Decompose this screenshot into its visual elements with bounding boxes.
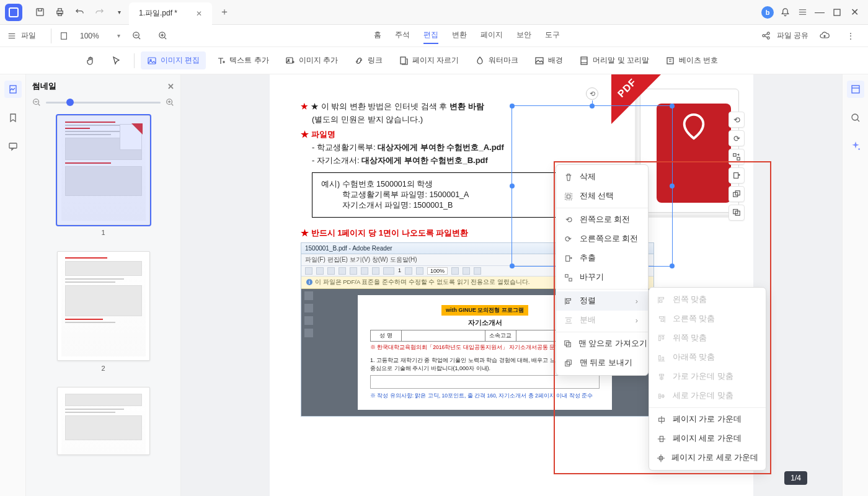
thumbnail-panel-close-icon[interactable]: ✕: [167, 82, 174, 91]
file-menu[interactable]: 파일: [7, 30, 36, 41]
align-page-v[interactable]: 페이지 세로 가운데: [649, 429, 766, 448]
extract-icon[interactable]: [728, 167, 745, 184]
header-footer-button[interactable]: 머리말 및 꼬리말: [573, 51, 655, 69]
brand-badge-icon[interactable]: b: [759, 4, 776, 21]
ctx-extract[interactable]: 추출: [556, 249, 648, 268]
minimize-icon[interactable]: —: [811, 4, 828, 21]
thumbnail-panel-icon[interactable]: [4, 81, 22, 98]
thumbnail-panel-title: 썸네일: [32, 81, 56, 92]
zoom-chevron-icon[interactable]: ▾: [117, 32, 120, 39]
svg-rect-3: [58, 13, 61, 16]
zoom-out-icon[interactable]: [128, 27, 145, 45]
document-tab[interactable]: 1.파일.pdf * ✕: [129, 2, 212, 25]
svg-rect-49: [662, 357, 664, 360]
align-bottom-icon: [657, 353, 666, 363]
search-panel-icon[interactable]: [847, 109, 864, 126]
rotate-left-icon[interactable]: ⟲: [728, 112, 745, 128]
svg-rect-44: [660, 316, 664, 318]
rotate-handle-icon[interactable]: ⟲: [586, 87, 598, 100]
align-top-icon: [657, 334, 666, 343]
thumbnail-label: 1: [57, 229, 150, 236]
send-back-icon[interactable]: [728, 186, 745, 202]
bell-icon[interactable]: [776, 4, 794, 21]
bring-front-icon[interactable]: [728, 205, 745, 221]
hand-tool-icon[interactable]: [79, 52, 102, 69]
bookmark-panel-icon[interactable]: [4, 109, 22, 126]
app-logo-icon: [5, 4, 22, 21]
chevron-down-icon[interactable]: ▾: [110, 4, 128, 21]
align-page-hv[interactable]: 페이지 가로 세로 가운데: [649, 448, 766, 467]
thumbnail-page-1[interactable]: [57, 115, 150, 225]
hamburger-icon[interactable]: [794, 4, 811, 21]
tab-annotate[interactable]: 주석: [395, 27, 410, 44]
svg-point-9: [767, 32, 769, 35]
page-crop-button[interactable]: 페이지 자르기: [392, 51, 465, 69]
ctx-rotate-right[interactable]: ⟳오른쪽으로 회전: [556, 229, 648, 249]
tab-security[interactable]: 보안: [516, 27, 531, 44]
print-icon[interactable]: [51, 4, 68, 21]
svg-rect-43: [660, 300, 662, 302]
text-add-button[interactable]: 텍스트 추가: [210, 51, 275, 69]
close-window-icon[interactable]: ✕: [846, 4, 863, 21]
thumb-zoom-out-icon[interactable]: [32, 98, 41, 107]
image-add-button[interactable]: 이미지 추가: [279, 51, 344, 69]
ctx-align[interactable]: 정렬›: [556, 291, 648, 311]
align-right-icon: [657, 314, 666, 324]
send-back-icon: [564, 358, 574, 368]
tab-page[interactable]: 페이지: [480, 27, 503, 44]
svg-rect-36: [567, 301, 569, 303]
svg-point-10: [767, 37, 769, 39]
undo-icon[interactable]: [71, 4, 88, 21]
zoom-in-icon[interactable]: [154, 27, 171, 45]
thumb-zoom-in-icon[interactable]: [166, 98, 174, 107]
thumbnail-page-3[interactable]: [57, 387, 150, 455]
ai-sparkle-icon[interactable]: [847, 138, 864, 155]
svg-rect-16: [536, 58, 543, 64]
properties-panel-icon[interactable]: [847, 81, 864, 98]
tab-home[interactable]: 홈: [374, 27, 381, 44]
svg-rect-11: [148, 58, 156, 64]
align-submenu: 왼쪽 맞춤 오른쪽 맞춤 위쪽 맞춤 아래쪽 맞춤 가로 가운데 맞춤 세로 가…: [649, 287, 766, 471]
maximize-icon[interactable]: [828, 4, 846, 21]
replace-icon[interactable]: [728, 149, 745, 165]
watermark-button[interactable]: 워터마크: [469, 51, 525, 69]
tab-tools[interactable]: 도구: [545, 27, 560, 44]
rotate-right-icon[interactable]: ⟳: [728, 130, 745, 146]
redo-icon[interactable]: [91, 4, 108, 21]
tab-close-icon[interactable]: ✕: [196, 9, 202, 18]
comment-panel-icon[interactable]: [4, 138, 22, 155]
more-icon[interactable]: ⋮: [842, 27, 859, 45]
ctx-replace[interactable]: 바꾸기: [556, 268, 648, 287]
thumbnail-page-2[interactable]: [57, 251, 150, 361]
page-indicator: 1/4: [784, 471, 807, 485]
add-tab-button[interactable]: ＋: [219, 6, 229, 19]
svg-point-14: [288, 59, 289, 60]
cloud-upload-icon[interactable]: [816, 27, 833, 45]
tab-convert[interactable]: 변환: [452, 27, 467, 44]
bates-button[interactable]: 베이츠 번호: [659, 51, 724, 69]
share-label[interactable]: 파일 공유: [777, 30, 808, 41]
image-edit-button[interactable]: 이미지 편집: [141, 51, 206, 69]
save-icon[interactable]: [31, 4, 48, 21]
ctx-send-back[interactable]: 맨 뒤로 보내기: [556, 353, 648, 373]
rotate-right-icon: ⟳: [564, 234, 574, 244]
ctx-delete[interactable]: 삭제: [556, 167, 648, 187]
svg-rect-38: [566, 342, 570, 347]
svg-rect-47: [662, 336, 664, 339]
ctx-select-all[interactable]: 전체 선택: [556, 187, 648, 206]
ctx-bring-front[interactable]: 맨 앞으로 가져오기: [556, 334, 648, 353]
select-tool-icon[interactable]: [105, 52, 128, 69]
ctx-rotate-left[interactable]: ⟲왼쪽으로 회전: [556, 210, 648, 229]
svg-rect-39: [565, 340, 569, 345]
link-button[interactable]: 링크: [348, 51, 389, 69]
svg-rect-24: [737, 157, 740, 160]
svg-rect-32: [566, 255, 570, 261]
svg-rect-42: [660, 297, 664, 299]
svg-rect-35: [567, 298, 571, 300]
tab-edit[interactable]: 편집: [423, 27, 438, 44]
thumb-zoom-slider[interactable]: [46, 102, 161, 104]
fit-page-icon[interactable]: [55, 27, 73, 45]
align-page-h[interactable]: 페이지 가로 가운데: [649, 410, 766, 429]
background-button[interactable]: 배경: [528, 51, 569, 69]
tab-title: 1.파일.pdf *: [139, 8, 177, 19]
